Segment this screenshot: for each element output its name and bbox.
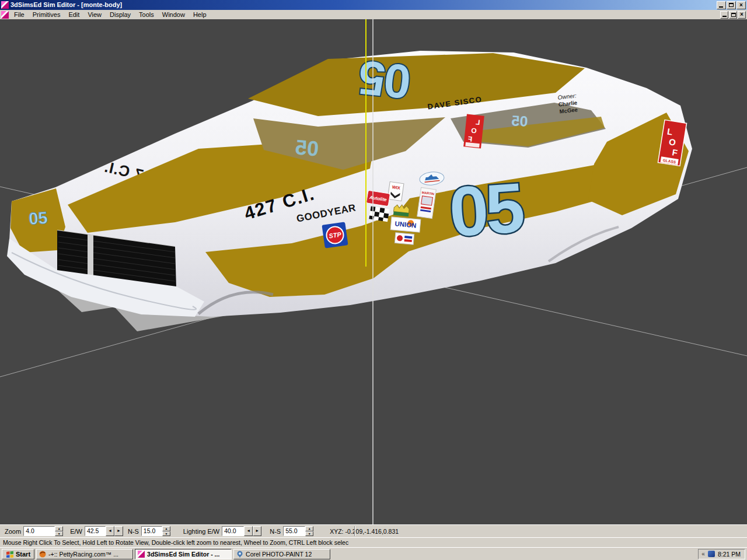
statusbar-pane-divider <box>354 526 355 536</box>
spin-up-icon[interactable]: ▲ <box>55 526 63 531</box>
menu-display[interactable]: Display <box>106 10 135 19</box>
zoom-stepper[interactable]: ▲▼ <box>55 526 63 536</box>
svg-text:05: 05 <box>447 168 526 251</box>
menu-view[interactable]: View <box>83 10 106 19</box>
small-sponsor-decal <box>395 233 414 245</box>
document-icon <box>1 11 9 19</box>
grille-divider <box>88 235 93 278</box>
corel-icon <box>236 551 243 558</box>
spin-up-icon[interactable]: ▲ <box>305 526 313 531</box>
lighting-ew-input[interactable]: 40.0 <box>222 526 244 536</box>
door-number: 05 <box>447 168 526 251</box>
ns-stepper[interactable]: ▲▼ <box>162 526 170 536</box>
tray-expand-icon[interactable]: « <box>701 551 705 557</box>
lighting-ew-arrows[interactable]: ◄► <box>244 526 261 536</box>
close-icon: × <box>739 2 743 8</box>
union76-decal: UNION <box>390 217 421 232</box>
menu-primitives[interactable]: Primitives <box>29 10 65 19</box>
car-body-model[interactable]: 427 C.I. 05 DAVE SISCO 05 <box>7 51 692 317</box>
browser-icon <box>39 551 46 558</box>
view-control-bar: Zoom 4.0 ▲▼ E/W 42.5 ◄► N-S 15.0 ▲▼ Ligh… <box>0 524 747 537</box>
taskbar-button-label: -+:: PettyRacing.com™ ... <box>48 551 118 558</box>
spin-down-icon[interactable]: ▼ <box>55 531 63 537</box>
svg-text:05: 05 <box>294 135 319 160</box>
tray-clock[interactable]: 8:21 PM <box>718 551 741 558</box>
xyz-readout: XYZ: -0.209,-1.416,0.831 <box>330 528 399 535</box>
menu-help[interactable]: Help <box>189 10 211 19</box>
status-hint: Mouse Right Click To Select, Hold Left t… <box>3 539 348 546</box>
ns-input[interactable]: 15.0 <box>141 526 162 536</box>
menu-file[interactable]: File <box>10 10 29 19</box>
taskbar-button-3dsimed[interactable]: 3dSimsEd Sim Editor - ... <box>135 549 232 559</box>
spin-up-icon[interactable]: ▲ <box>162 526 170 531</box>
status-bar: Mouse Right Click To Select, Hold Left t… <box>0 537 747 547</box>
nose-number: 05 <box>28 208 48 228</box>
ew-label: E/W <box>70 528 82 535</box>
child-minimize-button[interactable] <box>720 11 728 19</box>
system-tray: « 8:21 PM <box>698 549 745 559</box>
start-label: Start <box>16 551 30 558</box>
minimize-icon <box>722 16 727 17</box>
spin-down-icon[interactable]: ▼ <box>162 531 170 537</box>
minimize-icon <box>719 6 723 8</box>
spin-down-icon[interactable]: ▼ <box>305 531 313 537</box>
menu-tools[interactable]: Tools <box>135 10 158 19</box>
zoom-input[interactable]: 4.0 <box>23 526 55 536</box>
stp-decal: STP <box>322 222 348 248</box>
zoom-label: Zoom <box>5 528 21 535</box>
arrow-right-icon[interactable]: ► <box>114 526 123 536</box>
owner-credit: Owner: Charlie McGee <box>557 92 578 114</box>
svg-text:O: O <box>471 127 477 135</box>
window-title: 3dSimsEd Sim Editor - [monte-body] <box>11 2 715 8</box>
taskbar-button-pettyracing[interactable]: -+:: PettyRacing.com™ ... <box>36 549 133 559</box>
lighting-ns-label: N-S <box>270 528 281 535</box>
windows-logo-icon <box>6 550 14 558</box>
taskbar-button-label: 3dSimsEd Sim Editor - ... <box>147 551 219 558</box>
taskbar: Start -+:: PettyRacing.com™ ... 3dSimsEd… <box>0 547 747 560</box>
svg-text:05: 05 <box>511 112 528 129</box>
child-restore-button[interactable] <box>729 11 737 19</box>
menu-bar: File Primitives Edit View Display Tools … <box>0 10 747 19</box>
lighting-ew-label: Lighting E/W <box>183 528 219 535</box>
close-icon: × <box>740 12 743 18</box>
child-close-button[interactable]: × <box>738 11 746 19</box>
roof-number: 05 <box>357 51 413 109</box>
lighting-ns-input[interactable]: 55.0 <box>283 526 305 536</box>
svg-text:05: 05 <box>28 208 48 228</box>
restore-icon <box>731 13 736 17</box>
taskbar-button-corel[interactable]: Corel PHOTO-PAINT 12 <box>233 549 330 559</box>
wix-decal: WIX <box>388 181 404 201</box>
3dsimed-icon <box>138 551 145 558</box>
app-icon <box>1 1 9 9</box>
model-canvas: 427 C.I. 05 DAVE SISCO 05 <box>0 19 747 524</box>
restore-button[interactable] <box>727 1 736 9</box>
close-button[interactable]: × <box>736 1 746 9</box>
3d-viewport[interactable]: 427 C.I. 05 DAVE SISCO 05 <box>0 19 747 524</box>
start-button[interactable]: Start <box>2 549 34 559</box>
svg-text:F: F <box>467 135 473 144</box>
svg-text:05: 05 <box>357 51 413 109</box>
windshield-far-number: 05 <box>294 135 319 160</box>
tray-app-icon[interactable] <box>708 551 715 557</box>
far-door-number-reversed: 05 <box>511 112 528 129</box>
menu-edit[interactable]: Edit <box>64 10 83 19</box>
taskbar-button-label: Corel PHOTO-PAINT 12 <box>246 551 312 558</box>
ew-input[interactable]: 42.5 <box>85 526 106 536</box>
lof-glass-decal-reversed: L O F <box>463 114 484 149</box>
svg-text:L: L <box>475 118 480 127</box>
lighting-ns-stepper[interactable]: ▲▼ <box>305 526 313 536</box>
arrow-left-icon[interactable]: ◄ <box>106 526 114 536</box>
arrow-left-icon[interactable]: ◄ <box>244 526 253 536</box>
minimize-button[interactable] <box>717 1 726 9</box>
restore-icon <box>729 3 734 7</box>
ew-arrows[interactable]: ◄► <box>106 526 123 536</box>
app-window: 3dSimsEd Sim Editor - [monte-body] × Fil… <box>0 0 747 560</box>
ns-label: N-S <box>128 528 139 535</box>
menu-window[interactable]: Window <box>158 10 189 19</box>
arrow-right-icon[interactable]: ► <box>253 526 261 536</box>
title-bar: 3dSimsEd Sim Editor - [monte-body] × <box>0 0 747 10</box>
